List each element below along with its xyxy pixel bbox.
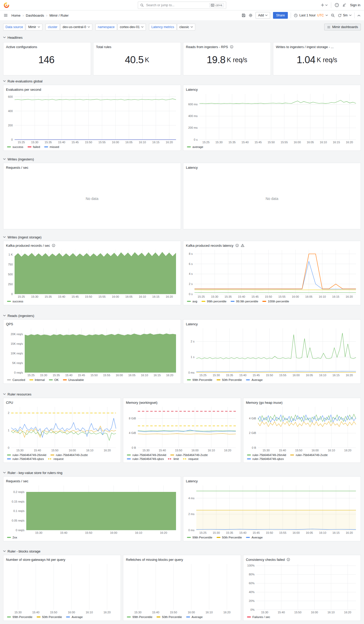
legend-item-50th-percentile[interactable]: 50th Percentile bbox=[217, 536, 242, 539]
panel-title[interactable]: Latency bbox=[186, 88, 198, 92]
news-icon[interactable] bbox=[342, 3, 347, 7]
cpu-chart[interactable]: 15:3015:4015:5016:0016:1016:20012ruler-7… bbox=[6, 405, 118, 460]
store-gateways-hit-chart[interactable]: 15:3015:4015:5016:0016:1016:2099th Perce… bbox=[6, 562, 118, 619]
rule-eval-latency-chart[interactable]: 15:2515:3015:3515:4015:4515:5015:5516:00… bbox=[186, 92, 358, 148]
panel-title[interactable]: Memory (workingset) bbox=[126, 401, 157, 405]
search-bar[interactable]: ctrl+k bbox=[138, 2, 226, 9]
refresh-picker[interactable]: 5m bbox=[338, 14, 352, 17]
panel-title[interactable]: Kafka produced records latency bbox=[186, 244, 233, 248]
legend-item-success[interactable]: success bbox=[7, 300, 23, 303]
legend-item-average[interactable]: average bbox=[187, 145, 203, 148]
legend-item-average[interactable]: Average bbox=[246, 536, 263, 539]
panel-title[interactable]: Evaluations per second bbox=[6, 88, 41, 92]
info-icon[interactable] bbox=[230, 45, 233, 49]
search-input[interactable] bbox=[146, 3, 207, 7]
kv-requests-chart[interactable]: 15:3015:4015:5016:0016:1016:200 req/s0.0… bbox=[6, 484, 178, 539]
legend-item-ruler-75b6464749-2vzbt[interactable]: ruler-75b6464749-2vzbt bbox=[290, 453, 327, 457]
legend-item-request[interactable]: request bbox=[48, 457, 63, 460]
legend-item-ruler-75b6464749-26m4d[interactable]: ruler-75b6464749-26m4d bbox=[247, 453, 286, 457]
legend-item-99th-percentile[interactable]: 99th Percentile bbox=[187, 378, 212, 381]
legend-item-50th-percentile[interactable]: 50th Percentile bbox=[157, 615, 182, 619]
section-ruler-resources[interactable]: Ruler resources bbox=[3, 392, 361, 397]
panel-title[interactable]: Total rules bbox=[96, 45, 111, 49]
legend-item-request[interactable]: request bbox=[183, 457, 198, 460]
legend-item-99th-percentile[interactable]: 99th Percentile bbox=[187, 536, 212, 539]
legend-item-failures-sec[interactable]: Failures / sec bbox=[247, 615, 270, 619]
help-icon[interactable]: ? bbox=[335, 3, 339, 7]
legend-item-average[interactable]: Average bbox=[246, 378, 263, 381]
section-rule-evaluations-global[interactable]: Rule evaluations global bbox=[3, 79, 361, 84]
refetches-chart[interactable]: 15:3015:4015:5016:0016:1016:2099th Perce… bbox=[126, 562, 238, 619]
panel-title[interactable]: Latency bbox=[186, 479, 198, 483]
legend-item-ruler-75b6464749-sjbzx[interactable]: ruler-75b6464749-sjbzx bbox=[247, 457, 284, 460]
variable-label[interactable]: namespace bbox=[95, 24, 117, 30]
new-menu-button[interactable] bbox=[321, 3, 328, 7]
legend-item-100th-percentile[interactable]: 100th percentile bbox=[262, 300, 289, 303]
menu-icon[interactable] bbox=[4, 13, 8, 17]
panel-title[interactable]: Reads from ingesters - RPS bbox=[186, 45, 228, 49]
legend-item-success[interactable]: success bbox=[7, 145, 23, 148]
reads-latency-chart[interactable]: 15:2515:3015:3515:4015:4515:5015:5516:00… bbox=[186, 327, 358, 381]
save-icon[interactable] bbox=[242, 13, 246, 17]
memory-go-heap-chart[interactable]: 15:3015:4015:5016:0016:1016:200 B2 GiB4 … bbox=[246, 405, 358, 460]
legend-item-ruler-75b6464749-26m4d[interactable]: ruler-75b6464749-26m4d bbox=[7, 453, 46, 457]
consistency-checks-chart[interactable]: 15:3015:4015:5016:0016:1016:200%20%40%60… bbox=[246, 562, 358, 619]
legend-item-50th-percentile[interactable]: 50th Percentile bbox=[37, 615, 62, 619]
legend-item-ok[interactable]: OK bbox=[49, 378, 59, 381]
variable-value-dropdown[interactable]: Mimir bbox=[26, 24, 42, 30]
legend-item-ruler-75b6464749-sjbzx[interactable]: ruler-75b6464749-sjbzx bbox=[7, 457, 44, 460]
memory-workingset-chart[interactable]: 15:3015:4015:5016:0016:1016:200 B4 GiB8 … bbox=[126, 405, 238, 460]
legend-item-avg[interactable]: avg bbox=[187, 300, 197, 303]
qps-chart[interactable]: 15:2515:3015:3515:4015:4515:5015:5516:00… bbox=[6, 327, 178, 381]
info-icon[interactable] bbox=[52, 244, 55, 247]
legend-item-canceled[interactable]: Canceled bbox=[7, 378, 25, 381]
legend-item-99-9th-percentile[interactable]: 99.9th percentile bbox=[231, 300, 258, 303]
legend-item-2xx[interactable]: 2xx bbox=[7, 536, 17, 539]
zoom-out-icon[interactable] bbox=[331, 13, 335, 17]
grafana-logo[interactable] bbox=[4, 2, 9, 8]
time-range-picker[interactable]: Last 1 hour UTC bbox=[294, 14, 328, 17]
mimir-dashboards-button[interactable]: Mimir dashboards bbox=[324, 24, 361, 30]
legend-item-unavailable[interactable]: Unavailable bbox=[63, 378, 84, 381]
kafka-produced-records-chart[interactable]: 15:2515:3015:3515:4015:4515:5015:5516:00… bbox=[6, 248, 178, 303]
info-icon[interactable] bbox=[287, 558, 290, 561]
panel-title[interactable]: Writes to ingesters / ingest storage - .… bbox=[276, 45, 334, 49]
legend-item-ruler-75b6464749-26m4d[interactable]: ruler-75b6464749-26m4d bbox=[127, 453, 166, 457]
sign-in-link[interactable]: Sign in bbox=[350, 3, 360, 7]
chevron-up-icon[interactable] bbox=[358, 15, 360, 16]
variable-value-dropdown[interactable]: dev-us-central-0 bbox=[60, 24, 92, 30]
variable-label[interactable]: Data source bbox=[3, 24, 25, 30]
panel-title[interactable]: Latency bbox=[186, 322, 198, 326]
panel-title[interactable]: Requests / sec bbox=[6, 479, 28, 483]
variable-label[interactable]: cluster bbox=[46, 24, 60, 30]
evaluations-per-second-chart[interactable]: 15:2515:3015:3515:4015:4515:5015:5516:00… bbox=[6, 92, 178, 148]
legend-item-average[interactable]: Average bbox=[186, 615, 203, 619]
kafka-produced-records-latency-chart[interactable]: 15:2515:3015:3515:4015:4515:5015:5516:00… bbox=[186, 248, 358, 303]
legend-item-internal[interactable]: Internal bbox=[29, 378, 45, 381]
panel-title[interactable]: Latency bbox=[186, 166, 198, 170]
section-writes-ingest-storage[interactable]: Writes (ingest storage) bbox=[3, 235, 361, 240]
section-reads-ingesters[interactable]: Reads (ingesters) bbox=[3, 313, 361, 318]
panel-title[interactable]: QPS bbox=[6, 322, 13, 326]
panel-title[interactable]: Refetches of missing blocks per query bbox=[126, 558, 183, 562]
panel-title[interactable]: CPU bbox=[6, 401, 13, 405]
legend-item-ruler-75b6464749-sjbzx[interactable]: ruler-75b6464749-sjbzx bbox=[127, 457, 164, 460]
gear-icon[interactable] bbox=[249, 13, 253, 17]
section-writes-ingesters[interactable]: Writes (ingesters) bbox=[3, 157, 361, 162]
variable-value-dropdown[interactable]: classic bbox=[177, 24, 196, 30]
add-button[interactable]: Add bbox=[256, 12, 270, 19]
legend-item-99th-percentile[interactable]: 99th Percentile bbox=[127, 615, 152, 619]
panel-title[interactable]: Consistency checks failed bbox=[246, 558, 285, 562]
section-kv-store[interactable]: Ruler - key-value store for rulers ring bbox=[3, 470, 361, 475]
panel-title[interactable]: Kafka produced records / sec bbox=[6, 244, 50, 248]
section-blocks-storage[interactable]: Ruler - blocks storage bbox=[3, 549, 361, 554]
share-button[interactable]: Share bbox=[273, 12, 288, 19]
kv-latency-chart[interactable]: 15:2515:3015:3515:4015:4515:5015:5516:00… bbox=[186, 484, 358, 539]
warning-icon[interactable] bbox=[241, 244, 244, 247]
legend-item-average[interactable]: Average bbox=[66, 615, 83, 619]
legend-item-50th-percentile[interactable]: 50th Percentile bbox=[217, 378, 242, 381]
breadcrumb-home[interactable]: Home bbox=[11, 14, 21, 17]
panel-title[interactable]: Active configurations bbox=[6, 45, 37, 49]
legend-item-ruler-75b6464749-2vzbt[interactable]: ruler-75b6464749-2vzbt bbox=[50, 453, 88, 457]
legend-item-99th-percentile[interactable]: 99th percentile bbox=[202, 300, 226, 303]
